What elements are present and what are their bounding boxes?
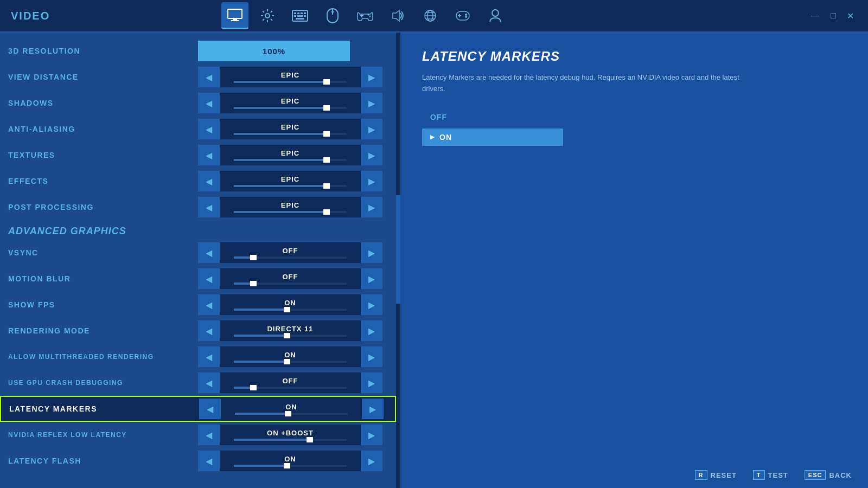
value-motion-blur: OFF: [220, 268, 361, 289]
label-show-fps: SHOW FPS: [8, 300, 198, 309]
arrow-right-anti-aliasing[interactable]: ▶: [361, 119, 382, 139]
arrow-left-nvidia-reflex[interactable]: ◀: [198, 425, 220, 445]
setting-row-latency-markers[interactable]: LATENCY MARKERS ◀ ON ▶: [0, 396, 396, 422]
setting-row-vsync[interactable]: VSYNC ◀ OFF ▶: [0, 240, 396, 266]
label-anti-aliasing: ANTI-ALIASING: [8, 125, 198, 133]
settings-panel: 3D RESOLUTION 100% VIEW DISTANCE ◀ EPIC …: [0, 33, 396, 488]
label-rendering-mode: RENDERING MODE: [8, 326, 198, 335]
label-nvidia-reflex: NVIDIA REFLEX LOW LATENCY: [8, 431, 198, 439]
value-rendering-mode: DIRECTX 11: [220, 320, 361, 341]
setting-row-show-fps[interactable]: SHOW FPS ◀ ON ▶: [0, 292, 396, 318]
arrow-left-post-processing[interactable]: ◀: [198, 197, 220, 217]
arrow-right-nvidia-reflex[interactable]: ▶: [361, 425, 382, 445]
nav-icon-network[interactable]: [417, 2, 444, 29]
arrow-right-textures[interactable]: ▶: [361, 145, 382, 165]
svg-rect-9: [294, 15, 296, 17]
value-effects: EPIC: [220, 171, 361, 191]
arrow-left-latency-markers[interactable]: ◀: [199, 399, 221, 419]
arrow-right-motion-blur[interactable]: ▶: [361, 268, 382, 289]
maximize-button[interactable]: □: [827, 10, 839, 22]
action-reset[interactable]: R RESET: [695, 470, 737, 480]
setting-row-resolution[interactable]: 3D RESOLUTION 100%: [0, 38, 396, 64]
value-textures: EPIC: [220, 145, 361, 165]
nav-icon-gamepad2[interactable]: [449, 2, 476, 29]
arrow-right-effects[interactable]: ▶: [361, 171, 382, 191]
nav-icon-keyboard[interactable]: [286, 2, 314, 29]
arrow-right-rendering-mode[interactable]: ▶: [361, 320, 382, 341]
arrow-left-vsync[interactable]: ◀: [198, 242, 220, 263]
setting-row-nvidia-reflex[interactable]: NVIDIA REFLEX LOW LATENCY ◀ ON +BOOST ▶: [0, 422, 396, 448]
action-back[interactable]: ESC BACK: [805, 470, 852, 480]
setting-row-post-processing[interactable]: POST PROCESSING ◀ EPIC ▶: [0, 194, 396, 220]
control-anti-aliasing: ◀ EPIC ▶: [198, 119, 382, 139]
svg-marker-20: [393, 10, 399, 21]
control-latency-markers: ◀ ON ▶: [199, 399, 384, 419]
arrow-left-view-distance[interactable]: ◀: [198, 67, 220, 87]
svg-rect-1: [233, 18, 237, 20]
arrow-right-show-fps[interactable]: ▶: [361, 294, 382, 315]
arrow-right-latency-flash[interactable]: ▶: [361, 451, 382, 471]
label-reset: RESET: [711, 471, 737, 479]
control-rendering-mode: ◀ DIRECTX 11 ▶: [198, 320, 382, 341]
label-motion-blur: MOTION BLUR: [8, 274, 198, 283]
label-multithreaded: ALLOW MULTITHREADED RENDERING: [8, 353, 198, 361]
nav-icon-monitor[interactable]: [221, 2, 248, 29]
arrow-left-anti-aliasing[interactable]: ◀: [198, 119, 220, 139]
nav-icons: [221, 2, 509, 29]
minimize-button[interactable]: —: [808, 10, 823, 22]
arrow-left-multithreaded[interactable]: ◀: [198, 346, 220, 367]
label-latency-flash: LATENCY FLASH: [8, 457, 198, 465]
setting-row-latency-flash[interactable]: LATENCY FLASH ◀ ON ▶: [0, 448, 396, 474]
arrow-left-gpu-crash[interactable]: ◀: [198, 373, 220, 393]
close-button[interactable]: ✕: [844, 10, 857, 22]
value-show-fps: ON: [220, 294, 361, 315]
setting-label-resolution: 3D RESOLUTION: [8, 47, 198, 55]
nav-icon-user[interactable]: [482, 2, 509, 29]
control-latency-flash: ◀ ON ▶: [198, 451, 382, 471]
arrow-left-rendering-mode[interactable]: ◀: [198, 320, 220, 341]
nav-icon-mouse[interactable]: [319, 2, 346, 29]
control-view-distance: ◀ EPIC ▶: [198, 67, 382, 87]
setting-row-motion-blur[interactable]: MOTION BLUR ◀ OFF ▶: [0, 266, 396, 292]
option-on[interactable]: ON: [422, 129, 563, 146]
option-off[interactable]: OFF: [422, 108, 563, 126]
scroll-indicator: [396, 33, 400, 488]
label-textures: TEXTURES: [8, 151, 198, 159]
control-shadows: ◀ EPIC ▶: [198, 93, 382, 113]
setting-row-view-distance[interactable]: VIEW DISTANCE ◀ EPIC ▶: [0, 64, 396, 90]
nav-icon-audio[interactable]: [384, 2, 411, 29]
arrow-left-motion-blur[interactable]: ◀: [198, 268, 220, 289]
arrow-right-gpu-crash[interactable]: ▶: [361, 373, 382, 393]
nav-icon-controller[interactable]: [352, 2, 379, 29]
arrow-right-view-distance[interactable]: ▶: [361, 67, 382, 87]
arrow-left-show-fps[interactable]: ◀: [198, 294, 220, 315]
option-list: OFF ON: [422, 108, 563, 146]
setting-row-shadows[interactable]: SHADOWS ◀ EPIC ▶: [0, 90, 396, 116]
arrow-left-shadows[interactable]: ◀: [198, 93, 220, 113]
nav-icon-gear[interactable]: [254, 2, 281, 29]
setting-row-rendering-mode[interactable]: RENDERING MODE ◀ DIRECTX 11 ▶: [0, 318, 396, 344]
arrow-right-latency-markers[interactable]: ▶: [362, 399, 384, 419]
label-vsync: VSYNC: [8, 248, 198, 257]
setting-row-gpu-crash[interactable]: USE GPU CRASH DEBUGGING ◀ OFF ▶: [0, 370, 396, 396]
info-panel: LATENCY MARKERS Latency Markers are need…: [400, 33, 868, 488]
arrow-right-multithreaded[interactable]: ▶: [361, 346, 382, 367]
arrow-left-textures[interactable]: ◀: [198, 145, 220, 165]
arrow-right-shadows[interactable]: ▶: [361, 93, 382, 113]
info-description: Latency Markers are needed for the laten…: [422, 72, 748, 95]
key-test: T: [753, 470, 765, 480]
label-shadows: SHADOWS: [8, 99, 198, 107]
svg-point-3: [265, 14, 270, 18]
svg-rect-8: [304, 12, 306, 14]
arrow-right-vsync[interactable]: ▶: [361, 242, 382, 263]
scroll-thumb[interactable]: [396, 195, 400, 304]
setting-row-anti-aliasing[interactable]: ANTI-ALIASING ◀ EPIC ▶: [0, 116, 396, 142]
action-test[interactable]: T TEST: [753, 470, 788, 480]
setting-row-multithreaded[interactable]: ALLOW MULTITHREADED RENDERING ◀ ON ▶: [0, 344, 396, 370]
setting-row-effects[interactable]: EFFECTS ◀ EPIC ▶: [0, 168, 396, 194]
arrow-left-effects[interactable]: ◀: [198, 171, 220, 191]
arrow-right-post-processing[interactable]: ▶: [361, 197, 382, 217]
setting-row-textures[interactable]: TEXTURES ◀ EPIC ▶: [0, 142, 396, 168]
control-nvidia-reflex: ◀ ON +BOOST ▶: [198, 425, 382, 445]
arrow-left-latency-flash[interactable]: ◀: [198, 451, 220, 471]
